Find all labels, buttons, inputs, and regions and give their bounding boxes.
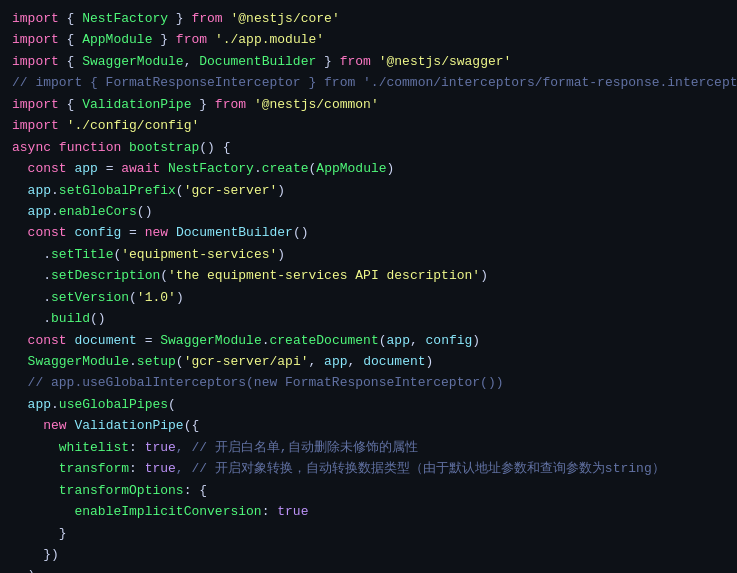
code-token: './app.module' (215, 32, 324, 47)
code-token (12, 526, 59, 541)
code-line: enableImplicitConversion: true (0, 501, 737, 522)
code-token: true (277, 504, 308, 519)
code-token: . (43, 311, 51, 326)
code-token: new (43, 418, 66, 433)
code-line: } (0, 523, 737, 544)
code-token: NestFactory (82, 11, 168, 26)
code-token: enableImplicitConversion (74, 504, 261, 519)
code-token: app (28, 183, 51, 198)
code-line: const app = await NestFactory.create(App… (0, 158, 737, 179)
code-line: import { ValidationPipe } from '@nestjs/… (0, 94, 737, 115)
code-line: import { SwaggerModule, DocumentBuilder … (0, 51, 737, 72)
code-line: const config = new DocumentBuilder() (0, 222, 737, 243)
code-token: ( (160, 268, 168, 283)
code-line: app.enableCors() (0, 201, 737, 222)
code-token (12, 183, 28, 198)
code-token: . (262, 333, 270, 348)
code-token (51, 140, 59, 155)
code-token: const (28, 225, 67, 240)
code-token: document (363, 354, 425, 369)
code-token: . (51, 397, 59, 412)
code-token: app (324, 354, 347, 369)
code-token: { (59, 11, 82, 26)
code-token: // app.useGlobalInterceptors(new FormatR… (12, 375, 503, 390)
code-token: , (176, 461, 192, 476)
code-token: ) (277, 247, 285, 262)
code-line: transform: true, // 开启对象转换，自动转换数据类型（由于默认… (0, 458, 737, 479)
code-token: . (43, 268, 51, 283)
code-token: . (43, 247, 51, 262)
code-line: ) (0, 565, 737, 573)
code-token: DocumentBuilder (199, 54, 316, 69)
code-token: . (51, 183, 59, 198)
code-token: = (98, 161, 121, 176)
code-token: ) (387, 161, 395, 176)
code-token: , (309, 354, 325, 369)
code-token: new (145, 225, 168, 240)
code-line: .setTitle('equipment-services') (0, 244, 737, 265)
code-token: app (387, 333, 410, 348)
code-token: setDescription (51, 268, 160, 283)
code-token: ) (176, 290, 184, 305)
code-token: config (74, 225, 121, 240)
code-token: } (316, 54, 339, 69)
code-token: AppModule (82, 32, 152, 47)
code-token: import (12, 118, 59, 133)
code-token (12, 268, 43, 283)
code-token: await (121, 161, 160, 176)
code-token (12, 247, 43, 262)
code-token: '@nestjs/swagger' (379, 54, 512, 69)
code-token: AppModule (316, 161, 386, 176)
code-token: const (28, 161, 67, 176)
code-token (160, 161, 168, 176)
code-line: new ValidationPipe({ (0, 415, 737, 436)
code-token: whitelist (59, 440, 129, 455)
code-token: document (74, 333, 136, 348)
code-token: { (59, 97, 82, 112)
code-token: , (176, 440, 192, 455)
code-line: async function bootstrap() { (0, 137, 737, 158)
code-line: .build() (0, 308, 737, 329)
code-token (371, 54, 379, 69)
code-token: ( (379, 333, 387, 348)
code-token (168, 225, 176, 240)
code-line: app.setGlobalPrefix('gcr-server') (0, 180, 737, 201)
code-token: SwaggerModule (28, 354, 129, 369)
code-token: app (28, 397, 51, 412)
code-token: createDocument (270, 333, 379, 348)
code-token: setTitle (51, 247, 113, 262)
code-token (12, 547, 43, 562)
code-token: }) (43, 547, 59, 562)
code-token: ValidationPipe (74, 418, 183, 433)
code-token (12, 461, 59, 476)
code-token: app (74, 161, 97, 176)
code-token: } (168, 11, 191, 26)
code-line: app.useGlobalPipes( (0, 394, 737, 415)
code-token: } (152, 32, 175, 47)
code-token: ValidationPipe (82, 97, 191, 112)
code-token: import (12, 11, 59, 26)
code-token: setVersion (51, 290, 129, 305)
code-token: } (191, 97, 214, 112)
code-token: () { (199, 140, 230, 155)
code-token: { (59, 32, 82, 47)
code-token (59, 118, 67, 133)
code-token: true (145, 440, 176, 455)
code-token (12, 333, 28, 348)
code-token: setup (137, 354, 176, 369)
code-token: useGlobalPipes (59, 397, 168, 412)
code-token: from (191, 11, 222, 26)
code-token: create (262, 161, 309, 176)
code-token: // 开启对象转换，自动转换数据类型（由于默认地址参数和查询参数为string） (191, 461, 664, 476)
code-token (12, 311, 43, 326)
code-token: = (121, 225, 144, 240)
code-token: setGlobalPrefix (59, 183, 176, 198)
code-token: ( (176, 183, 184, 198)
code-token: ( (168, 397, 176, 412)
code-token: } (59, 526, 67, 541)
code-token: ) (480, 268, 488, 283)
code-token: async (12, 140, 51, 155)
code-token: NestFactory (168, 161, 254, 176)
code-token (246, 97, 254, 112)
code-token: : (129, 461, 145, 476)
